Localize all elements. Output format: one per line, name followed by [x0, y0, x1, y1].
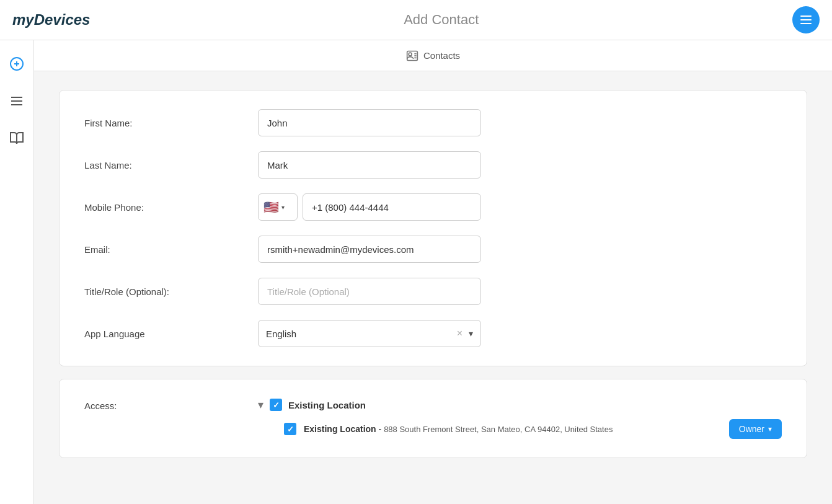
- last-name-label: Last Name:: [84, 160, 258, 170]
- mobile-phone-label: Mobile Phone:: [84, 202, 258, 213]
- location-group-header: ▾ Existing Location: [258, 398, 782, 412]
- hamburger-menu-button[interactable]: [792, 6, 820, 33]
- flag-select-chevron: ▾: [281, 204, 285, 211]
- book-icon: [9, 131, 24, 146]
- email-input[interactable]: [258, 236, 481, 263]
- location-group-checkbox[interactable]: [270, 399, 282, 411]
- language-dropdown-chevron-icon: ▾: [469, 329, 473, 338]
- first-name-input[interactable]: [258, 109, 481, 136]
- location-checkbox[interactable]: [284, 423, 296, 435]
- sidebar: [0, 40, 34, 504]
- menu-line-2: [800, 19, 812, 20]
- page-title: Add Contact: [404, 12, 479, 28]
- phone-number-input[interactable]: [303, 193, 481, 221]
- main-content: First Name: Last Name: Mobile Phone: 🇺🇸 …: [34, 71, 832, 504]
- app-header: myDevices Add Contact: [0, 0, 832, 40]
- app-language-select[interactable]: English × ▾: [258, 320, 481, 347]
- sidebar-item-book[interactable]: [6, 127, 28, 149]
- owner-button[interactable]: Owner ▾: [729, 419, 782, 439]
- owner-button-label: Owner: [739, 424, 764, 434]
- language-value: English: [266, 329, 296, 339]
- access-label: Access:: [84, 398, 258, 411]
- location-text: Existing Location - 888 South Fremont St…: [304, 424, 722, 434]
- location-separator: -: [379, 424, 384, 434]
- title-role-label: Title/Role (Optional):: [84, 286, 258, 297]
- email-row: Email:: [84, 236, 782, 263]
- sidebar-item-add[interactable]: [6, 53, 28, 75]
- us-flag-icon: 🇺🇸: [263, 200, 279, 214]
- last-name-row: Last Name:: [84, 151, 782, 179]
- menu-line-1: [800, 15, 812, 17]
- logo-my: my: [12, 11, 34, 28]
- logo-devices: Devices: [34, 11, 91, 28]
- location-item: Existing Location - 888 South Fremont St…: [258, 419, 782, 439]
- location-group-name: Existing Location: [288, 400, 366, 410]
- app-logo: myDevices: [12, 11, 90, 29]
- collapse-chevron-icon[interactable]: ▾: [258, 398, 263, 412]
- title-role-row: Title/Role (Optional):: [84, 278, 782, 305]
- email-label: Email:: [84, 244, 258, 255]
- mobile-phone-row: Mobile Phone: 🇺🇸 ▾: [84, 193, 782, 221]
- last-name-input[interactable]: [258, 151, 481, 179]
- owner-dropdown-chevron-icon: ▾: [768, 425, 772, 433]
- list-icon: [9, 94, 24, 108]
- contact-form-card: First Name: Last Name: Mobile Phone: 🇺🇸 …: [59, 90, 807, 366]
- breadcrumb-contacts: Contacts: [423, 50, 460, 61]
- first-name-label: First Name:: [84, 118, 258, 128]
- plus-circle-icon: [9, 56, 24, 71]
- location-address: 888 South Fremont Street, San Mateo, CA …: [384, 425, 613, 434]
- app-language-label: App Language: [84, 329, 258, 339]
- title-role-input[interactable]: [258, 278, 481, 305]
- location-name: Existing Location: [304, 424, 376, 434]
- access-row: Access: ▾ Existing Location Existing Loc…: [84, 398, 782, 439]
- first-name-row: First Name:: [84, 109, 782, 136]
- country-code-select[interactable]: 🇺🇸 ▾: [258, 193, 298, 221]
- phone-group: 🇺🇸 ▾: [258, 193, 481, 221]
- access-content: ▾ Existing Location Existing Location - …: [258, 398, 782, 439]
- access-card: Access: ▾ Existing Location Existing Loc…: [59, 379, 807, 458]
- contacts-icon: [406, 50, 418, 62]
- menu-line-3: [800, 23, 812, 24]
- language-clear-icon[interactable]: ×: [457, 328, 462, 339]
- app-language-row: App Language English × ▾: [84, 320, 782, 347]
- sidebar-item-list[interactable]: [6, 90, 28, 112]
- subheader: Contacts: [34, 40, 832, 71]
